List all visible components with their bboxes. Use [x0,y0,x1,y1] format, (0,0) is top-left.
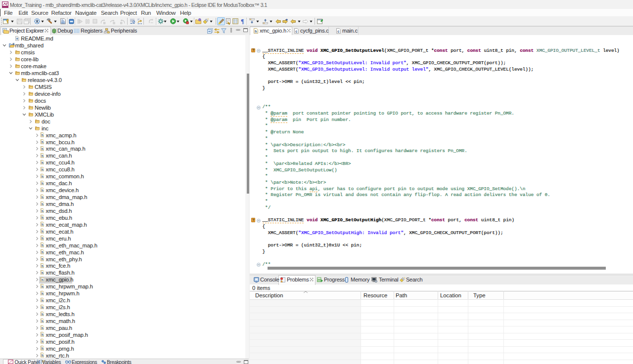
svg-text:h: h [41,168,43,171]
svg-text:h: h [41,292,43,295]
svg-text:h: h [41,347,43,350]
svg-text:h: h [41,133,43,137]
svg-text:h: h [41,154,43,158]
svg-text:h: h [41,209,43,212]
svg-text:h: h [41,333,43,336]
svg-text:c: c [295,29,297,34]
svg-text:h: h [41,340,43,343]
svg-text:h: h [41,354,43,357]
svg-text:h: h [41,189,43,192]
svg-text:h: h [41,271,43,275]
svg-text:h: h [41,216,43,219]
svg-text:h: h [41,223,43,226]
svg-text:h: h [41,264,43,268]
svg-text:h: h [41,285,43,288]
svg-text:h: h [41,319,43,323]
svg-text:h: h [41,140,43,144]
svg-text:h: h [41,147,43,151]
svg-text:h: h [41,230,43,233]
svg-text:h: h [41,305,43,309]
svg-text:h: h [41,182,43,185]
svg-text:h: h [255,29,257,34]
svg-text:h: h [41,278,43,282]
svg-text:h: h [41,250,43,254]
svg-text:h: h [41,237,43,240]
svg-text:h: h [41,299,43,302]
svg-text:h: h [41,243,43,247]
svg-text:c: c [337,29,339,34]
svg-text:h: h [41,202,43,205]
svg-text:h: h [41,312,43,316]
svg-text:h: h [41,257,43,261]
svg-text:S: S [12,43,14,45]
svg-text:h: h [41,326,43,329]
svg-text:h: h [41,195,43,199]
svg-text:h: h [41,161,43,164]
svg-text:h: h [41,175,43,178]
